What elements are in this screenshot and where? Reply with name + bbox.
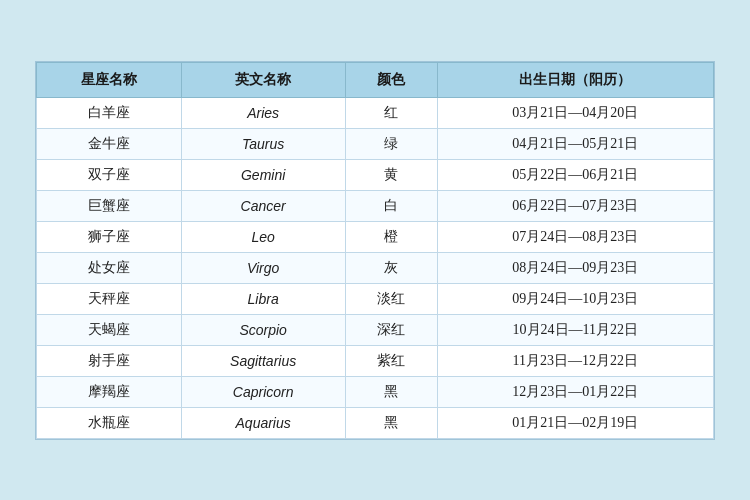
- cell-color: 橙: [345, 221, 437, 252]
- header-chinese-name: 星座名称: [37, 62, 182, 97]
- cell-color: 灰: [345, 252, 437, 283]
- zodiac-table-container: 星座名称 英文名称 颜色 出生日期（阳历） 白羊座Aries红03月21日—04…: [35, 61, 715, 440]
- cell-color: 紫红: [345, 345, 437, 376]
- cell-dates: 03月21日—04月20日: [437, 97, 713, 128]
- table-row: 白羊座Aries红03月21日—04月20日: [37, 97, 714, 128]
- cell-chinese-name: 白羊座: [37, 97, 182, 128]
- cell-dates: 10月24日—11月22日: [437, 314, 713, 345]
- cell-english-name: Scorpio: [181, 314, 345, 345]
- table-header-row: 星座名称 英文名称 颜色 出生日期（阳历）: [37, 62, 714, 97]
- cell-color: 黄: [345, 159, 437, 190]
- cell-chinese-name: 天秤座: [37, 283, 182, 314]
- cell-dates: 08月24日—09月23日: [437, 252, 713, 283]
- cell-chinese-name: 处女座: [37, 252, 182, 283]
- cell-chinese-name: 天蝎座: [37, 314, 182, 345]
- cell-color: 淡红: [345, 283, 437, 314]
- cell-dates: 05月22日—06月21日: [437, 159, 713, 190]
- cell-dates: 01月21日—02月19日: [437, 407, 713, 438]
- table-row: 天蝎座Scorpio深红10月24日—11月22日: [37, 314, 714, 345]
- cell-english-name: Libra: [181, 283, 345, 314]
- cell-dates: 04月21日—05月21日: [437, 128, 713, 159]
- cell-color: 红: [345, 97, 437, 128]
- cell-chinese-name: 摩羯座: [37, 376, 182, 407]
- cell-color: 白: [345, 190, 437, 221]
- table-row: 金牛座Taurus绿04月21日—05月21日: [37, 128, 714, 159]
- table-body: 白羊座Aries红03月21日—04月20日金牛座Taurus绿04月21日—0…: [37, 97, 714, 438]
- table-row: 射手座Sagittarius紫红11月23日—12月22日: [37, 345, 714, 376]
- table-row: 双子座Gemini黄05月22日—06月21日: [37, 159, 714, 190]
- table-row: 水瓶座Aquarius黑01月21日—02月19日: [37, 407, 714, 438]
- cell-chinese-name: 双子座: [37, 159, 182, 190]
- cell-english-name: Gemini: [181, 159, 345, 190]
- cell-english-name: Aries: [181, 97, 345, 128]
- header-color: 颜色: [345, 62, 437, 97]
- cell-english-name: Taurus: [181, 128, 345, 159]
- cell-english-name: Aquarius: [181, 407, 345, 438]
- header-english-name: 英文名称: [181, 62, 345, 97]
- cell-color: 黑: [345, 376, 437, 407]
- cell-color: 黑: [345, 407, 437, 438]
- cell-dates: 06月22日—07月23日: [437, 190, 713, 221]
- cell-english-name: Cancer: [181, 190, 345, 221]
- zodiac-table: 星座名称 英文名称 颜色 出生日期（阳历） 白羊座Aries红03月21日—04…: [36, 62, 714, 439]
- cell-english-name: Capricorn: [181, 376, 345, 407]
- cell-dates: 12月23日—01月22日: [437, 376, 713, 407]
- cell-chinese-name: 水瓶座: [37, 407, 182, 438]
- cell-chinese-name: 狮子座: [37, 221, 182, 252]
- table-row: 天秤座Libra淡红09月24日—10月23日: [37, 283, 714, 314]
- cell-dates: 11月23日—12月22日: [437, 345, 713, 376]
- cell-chinese-name: 金牛座: [37, 128, 182, 159]
- cell-dates: 07月24日—08月23日: [437, 221, 713, 252]
- cell-chinese-name: 射手座: [37, 345, 182, 376]
- cell-english-name: Virgo: [181, 252, 345, 283]
- cell-color: 绿: [345, 128, 437, 159]
- table-row: 处女座Virgo灰08月24日—09月23日: [37, 252, 714, 283]
- cell-english-name: Sagittarius: [181, 345, 345, 376]
- table-row: 狮子座Leo橙07月24日—08月23日: [37, 221, 714, 252]
- table-row: 巨蟹座Cancer白06月22日—07月23日: [37, 190, 714, 221]
- table-row: 摩羯座Capricorn黑12月23日—01月22日: [37, 376, 714, 407]
- cell-dates: 09月24日—10月23日: [437, 283, 713, 314]
- cell-english-name: Leo: [181, 221, 345, 252]
- cell-color: 深红: [345, 314, 437, 345]
- header-birth-date: 出生日期（阳历）: [437, 62, 713, 97]
- cell-chinese-name: 巨蟹座: [37, 190, 182, 221]
